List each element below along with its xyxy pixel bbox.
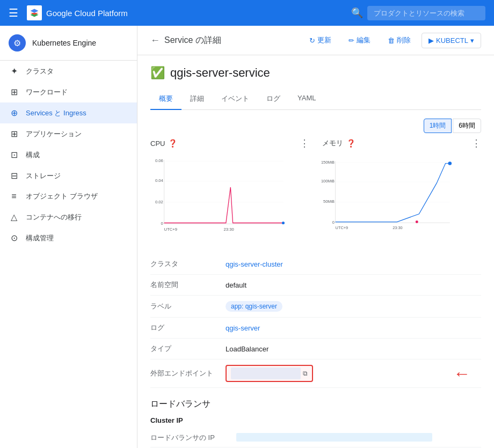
- tab-overview[interactable]: 概要: [150, 89, 181, 110]
- svg-text:50MiB: 50MiB: [323, 199, 335, 204]
- svg-point-21: [448, 161, 452, 165]
- namespace-label: 名前空間: [150, 280, 226, 290]
- sidebar-item-clusters[interactable]: ✦ クラスタ: [0, 61, 137, 82]
- sidebar-item-configmgmt[interactable]: ⊙ 構成管理: [0, 227, 137, 248]
- sidebar-item-storage[interactable]: ⊟ ストレージ: [0, 165, 137, 186]
- sidebar-header: ⚙ Kubernetes Engine: [0, 26, 137, 61]
- sidebar-item-label: オブジェクト ブラウザ: [26, 192, 98, 201]
- info-row-cluster: クラスタ qgis-server-cluster: [150, 254, 481, 275]
- search-icon[interactable]: 🔍: [351, 7, 363, 19]
- sidebar-item-migrate[interactable]: △ コンテナへの移行: [0, 207, 137, 227]
- hamburger-menu[interactable]: ☰: [9, 6, 18, 19]
- svg-text:0.04: 0.04: [155, 178, 164, 183]
- namespace-value: default: [226, 281, 481, 289]
- info-row-logs: ログ qgis-server: [150, 318, 481, 339]
- cpu-chart: CPU ❓ ⋮ 0.06 0.04 0.02: [150, 137, 309, 241]
- endpoint-value: ⧉: [226, 365, 481, 382]
- storage-icon: ⊟: [9, 171, 19, 181]
- sidebar-item-label: Services と Ingress: [26, 108, 86, 118]
- sidebar-item-objbrowser[interactable]: ≡ オブジェクト ブラウザ: [0, 186, 137, 207]
- loadbalancer-section: ロードバランサ Cluster IP ロードバランサの IP ロードバランサ: [150, 399, 481, 448]
- cluster-link[interactable]: qgis-server-cluster: [226, 260, 283, 268]
- info-row-namespace: 名前空間 default: [150, 275, 481, 296]
- cpu-chart-header: CPU ❓ ⋮: [150, 137, 309, 149]
- logs-link[interactable]: qgis-server: [226, 324, 260, 332]
- info-table: クラスタ qgis-server-cluster 名前空間 default ラベ…: [150, 254, 481, 388]
- lb-row-ip: ロードバランサの IP: [150, 429, 481, 447]
- kubernetes-icon: ⚙: [9, 34, 26, 52]
- labels-label: ラベル: [150, 302, 226, 311]
- sidebar-item-config[interactable]: ⊡ 構成: [0, 144, 137, 165]
- tab-details[interactable]: 詳細: [181, 89, 213, 110]
- logs-value: qgis-server: [226, 324, 481, 332]
- search-input[interactable]: [367, 6, 485, 20]
- objbrowser-icon: ≡: [9, 192, 19, 201]
- svg-text:0: 0: [332, 220, 335, 225]
- svg-text:23:30: 23:30: [393, 226, 402, 231]
- refresh-icon: ↻: [309, 36, 315, 45]
- logs-label: ログ: [150, 323, 226, 333]
- cluster-label: クラスタ: [150, 259, 226, 269]
- main-content: ← Service の詳細 ↻ 更新 ✏ 編集 🗑 削除 ▶ KUB: [137, 26, 494, 448]
- sidebar-item-label: コンテナへの移行: [26, 212, 82, 222]
- apps-icon: ⊞: [9, 129, 19, 139]
- sidebar-item-apps[interactable]: ⊞ アプリケーション: [0, 123, 137, 144]
- delete-icon: 🗑: [388, 36, 395, 45]
- migrate-icon: △: [9, 212, 19, 222]
- tab-logs[interactable]: ログ: [258, 89, 289, 110]
- refresh-button[interactable]: ↻ 更新: [303, 32, 338, 48]
- type-value: LoadBalancer: [226, 345, 481, 353]
- tab-events[interactable]: イベント: [213, 89, 258, 110]
- memory-chart-header: メモリ ❓ ⋮: [322, 137, 481, 149]
- kubectl-dropdown-icon: ▾: [470, 36, 474, 45]
- sidebar-item-workloads[interactable]: ⊞ ワークロード: [0, 82, 137, 102]
- label-badge: app: qgis-server: [226, 301, 282, 312]
- cpu-help-icon[interactable]: ❓: [168, 139, 177, 148]
- clusters-icon: ✦: [9, 66, 19, 76]
- svg-text:23:30: 23:30: [224, 227, 234, 232]
- sidebar-item-label: クラスタ: [26, 67, 54, 76]
- service-name: qgis-server-service: [170, 66, 270, 80]
- memory-chart-title: メモリ ❓: [322, 138, 355, 148]
- action-buttons: ↻ 更新 ✏ 編集 🗑 削除 ▶ KUBECTL ▾: [303, 32, 481, 48]
- red-arrow-annotation: ←: [453, 364, 470, 384]
- cpu-chart-title: CPU ❓: [150, 139, 177, 148]
- lb-ip-value: [236, 433, 432, 442]
- info-row-labels: ラベル app: qgis-server: [150, 296, 481, 318]
- svg-text:150MiB: 150MiB: [321, 160, 335, 165]
- kubectl-button[interactable]: ▶ KUBECTL ▾: [422, 33, 481, 48]
- sidebar-title: Kubernetes Engine: [32, 39, 96, 47]
- page-title: Service の詳細: [164, 35, 221, 46]
- app-title: Google Cloud Platform: [46, 9, 128, 18]
- labels-value: app: qgis-server: [226, 301, 481, 312]
- sidebar-item-services[interactable]: ⊕ Services と Ingress: [0, 102, 137, 123]
- endpoint-box: ⧉: [226, 365, 313, 382]
- sidebar: ⚙ Kubernetes Engine ✦ クラスタ ⊞ ワークロード ⊕ Se…: [0, 26, 137, 448]
- svg-point-9: [282, 222, 285, 224]
- edit-button[interactable]: ✏ 編集: [342, 32, 377, 48]
- svg-text:UTC+9: UTC+9: [164, 227, 178, 232]
- lb-ip-label: ロードバランサの IP: [150, 433, 236, 443]
- content-body: ✅ qgis-server-service 概要 詳細 イベント ログ YAML…: [137, 55, 494, 448]
- back-button[interactable]: ←: [150, 35, 160, 46]
- service-title-row: ✅ qgis-server-service: [150, 66, 481, 80]
- time-1h-button[interactable]: 1時間: [424, 119, 452, 133]
- memory-help-icon[interactable]: ❓: [346, 139, 355, 148]
- delete-button[interactable]: 🗑 削除: [381, 32, 417, 48]
- services-icon: ⊕: [9, 108, 19, 118]
- svg-text:0: 0: [161, 221, 163, 226]
- cpu-chart-menu[interactable]: ⋮: [300, 137, 309, 149]
- endpoint-input[interactable]: [231, 368, 301, 379]
- sidebar-item-label: ワークロード: [26, 87, 68, 97]
- info-row-endpoint: 外部エンドポイント ⧉ ←: [150, 359, 481, 388]
- external-link-icon[interactable]: ⧉: [303, 370, 308, 377]
- time-6h-button[interactable]: 6時間: [453, 119, 481, 133]
- memory-chart-menu[interactable]: ⋮: [471, 137, 481, 149]
- config-icon: ⊡: [9, 150, 19, 160]
- tab-yaml[interactable]: YAML: [289, 89, 324, 110]
- time-selector: 1時間 6時間: [150, 119, 481, 133]
- workloads-icon: ⊞: [9, 87, 19, 97]
- endpoint-label: 外部エンドポイント: [150, 369, 226, 378]
- lb-header: Cluster IP: [150, 416, 481, 424]
- sidebar-item-label: 構成管理: [26, 233, 54, 243]
